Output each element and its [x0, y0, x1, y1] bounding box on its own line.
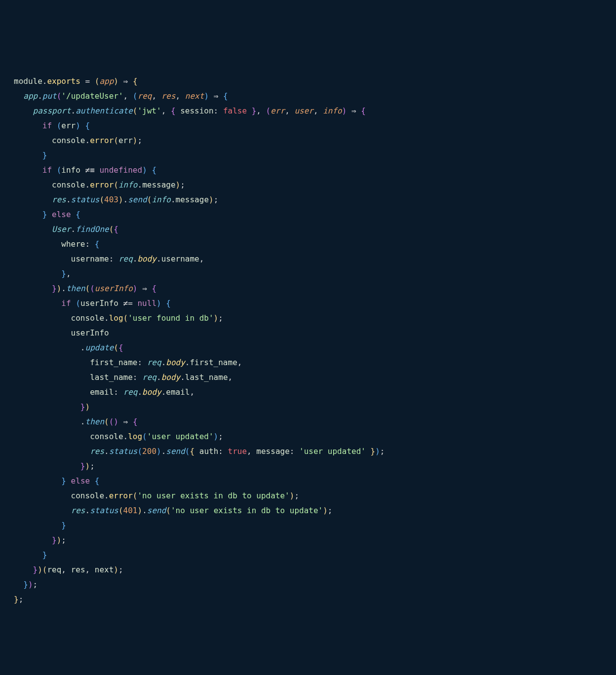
token: body [137, 254, 156, 263]
code-line[interactable]: }).then((userInfo) ⇒ { [14, 281, 602, 296]
code-line[interactable]: module.exports = (app) ⇒ { [14, 74, 602, 89]
token: body [142, 387, 161, 397]
token: } [61, 476, 66, 486]
code-line[interactable]: } [14, 148, 602, 163]
token: { [152, 165, 156, 175]
token: : [85, 239, 95, 249]
token: . [142, 506, 147, 515]
token [14, 299, 61, 308]
token: ( [57, 165, 62, 175]
token: put [42, 91, 57, 101]
token: . [161, 447, 166, 456]
code-line[interactable]: email: req.body.email, [14, 385, 602, 400]
code-line[interactable]: console.error(info.message); [14, 178, 602, 192]
token [14, 521, 61, 530]
code-line[interactable]: }; [14, 592, 602, 607]
token: , [199, 254, 204, 263]
token: update [85, 343, 114, 352]
token: . [185, 358, 190, 367]
token: ) [156, 447, 161, 456]
token [147, 284, 152, 293]
code-line[interactable]: }); [14, 533, 602, 548]
code-line[interactable]: last_name: req.body.last_name, [14, 370, 602, 385]
code-line[interactable]: } else { [14, 207, 602, 222]
code-line[interactable]: console.log('user updated'); [14, 429, 602, 444]
code-line[interactable]: res.status(401).send('no user exists in … [14, 503, 602, 518]
token: ) [38, 565, 42, 574]
token: ( [114, 343, 118, 352]
token: req [147, 358, 161, 367]
token: ) [204, 91, 209, 101]
code-line[interactable]: console.log('user found in db'); [14, 311, 602, 326]
token: ; [118, 565, 123, 574]
token: where [14, 239, 85, 249]
token: 403 [104, 195, 118, 204]
token: } [80, 461, 85, 471]
code-line[interactable]: }, [14, 266, 602, 281]
token: } [80, 402, 85, 412]
code-line[interactable]: User.findOne({ [14, 222, 602, 237]
token: . [123, 432, 128, 441]
token: } [42, 150, 47, 160]
code-line[interactable]: res.status(403).send(info.message); [14, 192, 602, 207]
code-line[interactable]: first_name: req.body.first_name, [14, 355, 602, 370]
token: req [142, 373, 156, 382]
code-line[interactable]: }); [14, 577, 602, 592]
token: ; [180, 180, 185, 189]
token: ( [114, 180, 118, 189]
code-line[interactable]: if (err) { [14, 118, 602, 133]
token: err [118, 136, 133, 145]
token: ⇒ [123, 417, 128, 426]
code-line[interactable]: where: { [14, 237, 602, 252]
code-line[interactable]: if (userInfo ≠= null) { [14, 296, 602, 311]
code-line[interactable]: .update({ [14, 340, 602, 355]
token: req [123, 387, 138, 397]
code-line[interactable]: } else { [14, 474, 602, 488]
token: ) [290, 491, 295, 500]
code-line[interactable]: res.status(200).send({ auth: true, messa… [14, 444, 602, 459]
token [218, 91, 223, 101]
token: last_name [14, 373, 133, 382]
token [14, 461, 80, 471]
token: } [252, 106, 257, 115]
token: . [71, 106, 76, 115]
code-line[interactable]: }) [14, 400, 602, 414]
token: ⇒ [142, 284, 147, 293]
token [14, 535, 52, 545]
code-line[interactable]: app.put('/updateUser', (req, res, next) … [14, 89, 602, 104]
token: . [104, 313, 109, 323]
token: , [161, 106, 171, 115]
code-line[interactable]: })(req, res, next); [14, 562, 602, 577]
token: then [85, 417, 105, 426]
token: ) [133, 136, 138, 145]
code-line[interactable]: console.error('no user exists in db to u… [14, 488, 602, 503]
code-line[interactable]: } [14, 548, 602, 562]
code-line[interactable]: userInfo [14, 326, 602, 340]
token: , [228, 373, 233, 382]
token [47, 210, 52, 219]
token [14, 550, 42, 560]
code-line[interactable]: } [14, 518, 602, 533]
token: if [42, 121, 52, 130]
token: ) [209, 195, 214, 204]
code-line[interactable]: username: req.body.username, [14, 252, 602, 266]
token: res [161, 91, 176, 101]
token: ; [214, 195, 219, 204]
token: ( [85, 284, 90, 293]
token [14, 195, 52, 204]
token: ( [95, 76, 100, 86]
code-line[interactable]: console.error(err); [14, 133, 602, 148]
token: , [123, 91, 133, 101]
token: log [109, 313, 123, 323]
code-line[interactable]: }); [14, 459, 602, 474]
code-line[interactable]: .then(() ⇒ { [14, 414, 602, 429]
token [356, 106, 361, 115]
token: session [176, 106, 214, 115]
token: error [90, 180, 114, 189]
token: : [290, 447, 299, 456]
code-line[interactable]: if (info ≠≡ undefined) { [14, 163, 602, 178]
code-line[interactable]: passport.authenticate('jwt', { session: … [14, 104, 602, 118]
token: . [171, 195, 176, 204]
token: { [95, 476, 100, 486]
code-block[interactable]: module.exports = (app) ⇒ { app.put('/upd… [14, 74, 602, 607]
